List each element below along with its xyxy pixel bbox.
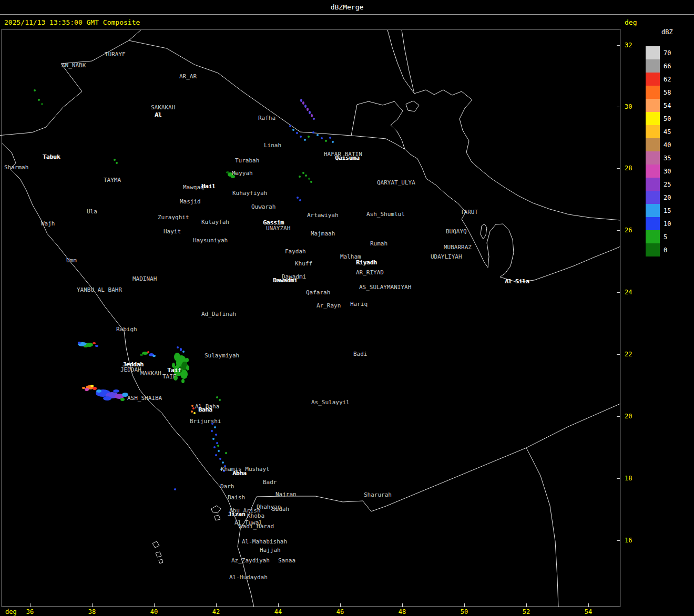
city-label: Najran [275,491,297,497]
lat-axis-unit-label: deg [625,18,637,26]
city-label: Rumah [370,241,387,247]
city-label: AR_RIYAD [356,270,384,275]
city-label: Az_Zaydiyah [231,558,270,563]
city-label: Khoba [247,513,264,519]
city-label: ASH_SHAIBA [127,395,162,401]
lon-tick-mark [464,603,465,607]
city-label: Baish [228,495,245,500]
city-label: Haysuniyah [193,238,228,243]
city-label: Baha [198,407,212,413]
city-label: Ula [87,209,97,214]
legend-title: dBZ [661,28,673,36]
lat-tick-label: 20 [625,413,632,420]
city-label: Taif [167,367,181,373]
legend-swatch [646,99,660,112]
lat-tick-label: 30 [625,103,632,110]
city-label: Al-Hudaydah [229,574,268,580]
city-label: Mayyah [232,170,253,176]
city-label: Wadi_Harad [239,523,274,529]
city-label: Hayit [164,229,181,234]
lon-tick-label: 42 [212,608,220,615]
legend-swatch [646,112,660,125]
legend-swatch [646,151,660,165]
city-label: Rafha [258,115,275,121]
city-label: UDAYLIYAH [431,254,462,260]
lon-tick-mark [402,603,403,607]
legend-swatch [646,230,660,243]
city-label: Rabigh [116,326,137,332]
legend-swatch [646,178,660,191]
city-label: Jizan [228,511,245,517]
legend-value: 25 [664,181,671,188]
legend-value: 70 [664,49,671,57]
city-label: Ad_Dafinah [201,311,236,317]
lat-tick-mark [617,354,620,355]
lon-tick-label: 40 [150,608,158,615]
lat-tick-label: 32 [625,42,632,49]
city-label: Al-Mahabishah [242,539,287,545]
lon-tick-label: 50 [461,608,468,615]
city-label: Wajh [41,221,55,227]
lat-tick-label: 28 [625,165,632,172]
city-label: Darb [220,484,234,489]
city-label: Umm [66,258,77,263]
city-label: TAIF [162,374,177,379]
city-label: TAYMA [104,177,121,183]
lon-tick-label: 38 [88,608,96,615]
city-label: Sanaa [278,558,295,563]
city-label: Al-Sila [505,279,529,284]
window-title: dBZMerge [0,0,694,15]
legend-value: 45 [664,128,671,136]
city-label: YANBU_AL_BAHR [77,287,122,293]
city-label: Badi [353,351,368,357]
legend-value: 50 [664,115,671,122]
city-label: QARYAT_ULYA [377,180,415,186]
city-label: Hajjah [260,547,281,553]
city-label: TURAYF [105,52,126,57]
legend-value: 20 [664,194,671,201]
city-label: UNAYZAH [266,225,290,231]
lon-tick-mark [154,603,155,607]
lat-tick-mark [617,168,620,169]
lat-tick-mark [617,45,620,46]
city-label: JEDDAH [120,367,141,373]
legend-value: 0 [664,247,667,254]
city-label: Al [155,112,161,118]
city-label: Majmaah [311,231,335,237]
lon-tick-mark [340,603,341,607]
city-label: As_Sulayyil [311,399,350,405]
lon-tick-label: 54 [585,608,592,615]
legend-swatch [646,243,660,256]
city-label: BUQAYQ [446,229,467,234]
city-label: Artawiyah [307,212,339,218]
map-plot-frame [2,29,620,607]
legend-value: 5 [664,233,667,241]
lon-tick-label: 46 [336,608,344,615]
lat-tick-mark [617,107,620,107]
legend-swatch [646,165,660,178]
city-label: Ar_Rayn [317,303,341,309]
city-label: MAKKAH [140,371,161,376]
lon-tick-mark [30,603,30,607]
lat-tick-mark [617,540,620,541]
city-label: Hariq [350,301,368,307]
lat-tick-label: 26 [625,227,632,234]
city-label: Turabah [235,158,259,163]
lon-tick-label: 52 [523,608,530,615]
lon-tick-label: 48 [399,608,406,615]
city-label: Abha [232,470,247,476]
legend-value: 40 [664,141,671,149]
legend-swatch [646,73,660,86]
radar-display: dBZMerge 2025/11/13 13:35:00 GMT Composi… [0,0,694,616]
city-label: SAKAKAH [151,105,175,110]
city-label: Zurayghit [158,214,189,220]
city-label: Dawadmi [273,278,297,283]
lon-tick-mark [278,603,279,607]
city-label: AN_NABK [62,63,86,68]
legend-swatch [646,204,660,217]
city-label: Linah [264,142,281,148]
legend-value: 30 [664,168,671,175]
legend-value: 15 [664,207,671,214]
city-label: Brijurshi [190,418,221,424]
city-label: Sadah [272,506,289,512]
